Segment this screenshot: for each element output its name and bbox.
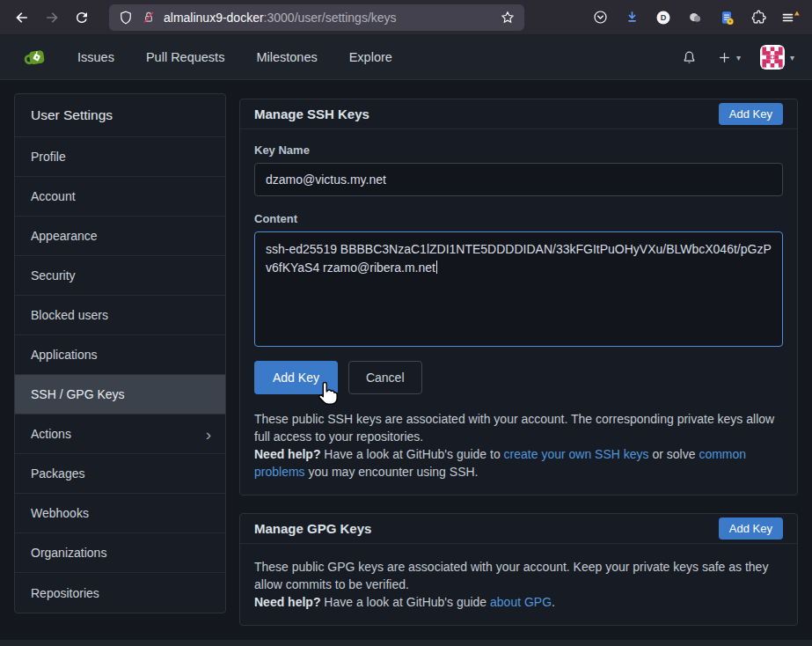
url-host: almalinux9-docker (164, 11, 264, 25)
reload-icon (74, 10, 90, 26)
download-icon (624, 9, 640, 26)
browser-actions: D (585, 4, 805, 31)
url-path: :3000/user/settings/keys (264, 11, 397, 25)
ssh-help-text: These public SSH keys are associated wit… (254, 410, 783, 481)
forward-arrow-icon (43, 9, 61, 26)
chevron-right-icon: › (206, 426, 211, 443)
ssh-form-buttons: Add Key Cancel (254, 361, 783, 394)
url-text: almalinux9-docker:3000/user/settings/key… (164, 11, 493, 25)
extension-document-button[interactable] (712, 4, 742, 31)
content-label: Content (254, 212, 783, 225)
chevron-down-icon: ▾ (736, 53, 741, 62)
nav-link-issues[interactable]: Issues (77, 35, 114, 80)
url-bar[interactable]: almalinux9-docker:3000/user/settings/key… (109, 4, 524, 31)
extensions-puzzle-button[interactable] (743, 4, 773, 31)
extension-d-button[interactable]: D (648, 4, 678, 31)
chevron-down-icon: ▾ (790, 53, 794, 62)
sidebar-item-packages[interactable]: Packages (15, 454, 225, 494)
ssh-add-key-toggle-button[interactable]: Add Key (719, 103, 783, 125)
gpg-panel-body: These public GPG keys are associated wit… (240, 544, 797, 625)
about-gpg-link[interactable]: about GPG (490, 595, 552, 609)
sidebar-item-actions[interactable]: Actions› (15, 415, 225, 454)
circles-extension-icon (686, 9, 704, 26)
browser-toolbar: almalinux9-docker:3000/user/settings/key… (0, 0, 812, 35)
gitea-logo-icon (23, 44, 49, 70)
content-textarea[interactable]: ssh-ed25519 BBBBC3NzaC1lZDI1NTE5DDDDIDAN… (254, 231, 783, 347)
bookmark-star-icon[interactable] (500, 10, 516, 26)
key-name-label: Key Name (254, 143, 783, 157)
manage-gpg-keys-panel: Manage GPG Keys Add Key These public GPG… (239, 513, 798, 626)
ssh-panel-body: Key Name dzamo@victus.my.net Content ssh… (240, 129, 797, 495)
puzzle-piece-icon (750, 9, 767, 26)
user-avatar (760, 45, 785, 70)
settings-content: Manage SSH Keys Add Key Key Name dzamo@v… (239, 99, 798, 643)
pocket-icon (592, 9, 609, 26)
hamburger-menu-icon (779, 9, 801, 26)
insecure-lock-icon[interactable] (141, 10, 157, 26)
sidebar-item-account[interactable]: Account (15, 177, 225, 217)
sidebar-item-ssh-gpg-keys[interactable]: SSH / GPG Keys (15, 375, 225, 415)
sidebar-item-repositories[interactable]: Repositories (15, 573, 225, 613)
sidebar-item-applications[interactable]: Applications (15, 335, 225, 375)
back-button[interactable] (7, 4, 37, 31)
gitea-navbar: Issues Pull Requests Milestones Explore … (0, 35, 812, 80)
sidebar-item-blocked-users[interactable]: Blocked users (15, 296, 225, 335)
bell-icon (681, 49, 698, 66)
ssh-panel-header: Manage SSH Keys Add Key (240, 99, 797, 129)
ssh-submit-add-key-button[interactable]: Add Key (254, 361, 338, 394)
notifications-button[interactable] (681, 49, 698, 66)
nav-link-pull-requests[interactable]: Pull Requests (146, 35, 224, 80)
user-menu-button[interactable]: ▾ (760, 45, 794, 70)
forward-button[interactable] (37, 4, 67, 31)
extension-circles-button[interactable] (680, 4, 710, 31)
svg-text:D: D (661, 13, 667, 22)
settings-page: User Settings Profile Account Appearance… (0, 80, 812, 643)
sidebar-item-security[interactable]: Security (15, 256, 225, 296)
ssh-panel-title: Manage SSH Keys (254, 106, 369, 121)
plus-icon (717, 50, 732, 65)
sidebar-item-organizations[interactable]: Organizations (15, 533, 225, 573)
manage-ssh-keys-panel: Manage SSH Keys Add Key Key Name dzamo@v… (239, 99, 798, 496)
text-cursor (436, 261, 438, 274)
document-extension-icon (718, 9, 735, 26)
downloads-button[interactable] (617, 4, 647, 31)
footer-strip (0, 640, 812, 646)
gitea-logo-link[interactable] (23, 44, 49, 70)
create-new-button[interactable]: ▾ (717, 50, 741, 65)
sidebar-title: User Settings (15, 94, 225, 137)
sidebar-item-webhooks[interactable]: Webhooks (15, 494, 225, 533)
gpg-panel-title: Manage GPG Keys (254, 521, 371, 536)
create-ssh-keys-link[interactable]: create your own SSH keys (504, 447, 649, 461)
shield-permissions-icon[interactable] (118, 10, 134, 26)
sidebar-item-profile[interactable]: Profile (15, 137, 225, 177)
gpg-help-text: These public GPG keys are associated wit… (254, 558, 783, 611)
gpg-panel-header: Manage GPG Keys Add Key (240, 514, 797, 544)
sidebar-item-appearance[interactable]: Appearance (15, 217, 225, 256)
back-arrow-icon (13, 9, 31, 26)
navbar-right: ▾ ▾ (681, 45, 794, 70)
letter-d-extension-icon: D (655, 9, 672, 26)
gpg-add-key-toggle-button[interactable]: Add Key (719, 518, 783, 540)
app-menu-button[interactable] (775, 4, 805, 31)
pocket-button[interactable] (585, 4, 615, 31)
update-warning-badge (794, 11, 800, 15)
key-name-input[interactable]: dzamo@victus.my.net (254, 163, 783, 196)
nav-link-milestones[interactable]: Milestones (256, 35, 317, 80)
settings-sidebar: User Settings Profile Account Appearance… (14, 93, 226, 613)
ssh-cancel-button[interactable]: Cancel (348, 361, 422, 394)
nav-link-explore[interactable]: Explore (349, 35, 392, 80)
reload-button[interactable] (67, 4, 97, 31)
